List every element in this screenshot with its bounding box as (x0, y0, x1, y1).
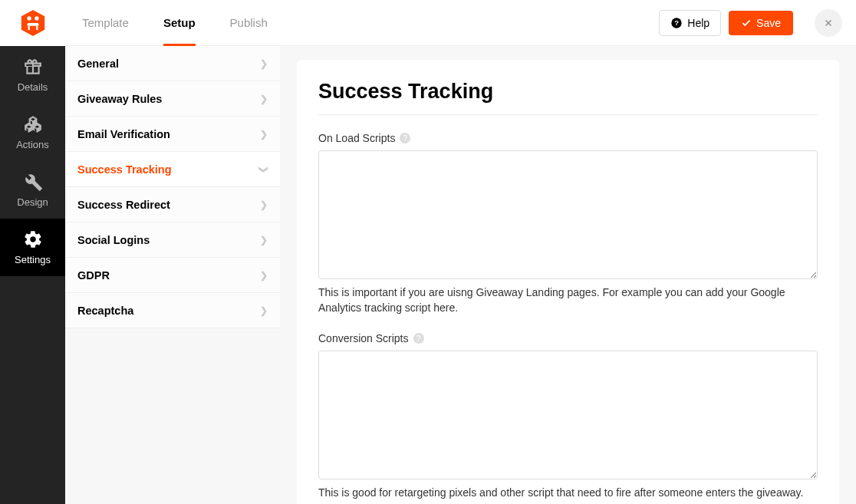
tab-label: Setup (163, 16, 196, 29)
help-icon: ? (670, 17, 683, 29)
settings-card: Success Tracking On Load Scripts ? This … (297, 60, 839, 504)
settings-item-giveaway-rules[interactable]: Giveaway Rules ❯ (65, 81, 280, 117)
rail-item-details[interactable]: Details (0, 46, 65, 104)
settings-item-label: Success Redirect (77, 199, 170, 211)
field-label-onload: On Load Scripts ? (318, 132, 818, 144)
settings-item-label: Recaptcha (77, 305, 133, 317)
field-label-conversion: Conversion Scripts ? (318, 332, 818, 344)
help-button-label: Help (687, 17, 709, 29)
logo (0, 0, 65, 46)
conversion-scripts-textarea[interactable] (318, 351, 818, 479)
gift-icon (23, 57, 43, 77)
svg-point-1 (27, 16, 31, 20)
settings-list: General ❯ Giveaway Rules ❯ Email Verific… (65, 46, 280, 504)
tab-label: Template (82, 16, 129, 29)
settings-item-social-logins[interactable]: Social Logins ❯ (65, 222, 280, 258)
settings-item-label: Success Tracking (77, 163, 172, 176)
main-area: Template Setup Publish ? Help Save Gener… (65, 0, 856, 504)
help-button[interactable]: ? Help (659, 10, 721, 36)
chevron-right-icon: ❯ (260, 270, 268, 281)
settings-item-label: Giveaway Rules (77, 93, 162, 105)
field-label-text: Conversion Scripts (318, 332, 409, 344)
close-button[interactable] (815, 9, 842, 37)
settings-item-label: Social Logins (77, 234, 150, 246)
settings-item-email-verification[interactable]: Email Verification ❯ (65, 117, 280, 152)
chevron-right-icon: ❯ (260, 199, 268, 210)
topbar-right: ? Help Save (659, 9, 842, 37)
close-icon (823, 18, 834, 28)
tab-setup[interactable]: Setup (163, 0, 196, 46)
svg-rect-4 (28, 26, 29, 30)
field-label-text: On Load Scripts (318, 132, 395, 144)
chevron-right-icon: ❯ (260, 129, 268, 140)
rail-item-settings[interactable]: Settings (0, 219, 65, 276)
settings-item-success-tracking[interactable]: Success Tracking ❯ (65, 152, 280, 187)
chevron-right-icon: ❯ (260, 235, 268, 245)
rail-item-label: Details (18, 81, 48, 93)
rail-item-label: Design (17, 196, 48, 208)
onload-scripts-textarea[interactable] (318, 150, 818, 279)
svg-marker-0 (21, 10, 44, 36)
settings-item-label: GDPR (77, 269, 110, 282)
body: General ❯ Giveaway Rules ❯ Email Verific… (65, 46, 856, 504)
settings-item-general[interactable]: General ❯ (65, 46, 280, 81)
rail-item-label: Actions (16, 139, 49, 150)
left-rail: Details Actions Design Settings (0, 0, 65, 504)
logo-icon (18, 8, 48, 38)
save-button-label: Save (756, 17, 781, 29)
svg-rect-5 (36, 26, 38, 30)
help-tooltip-icon[interactable]: ? (413, 333, 424, 344)
field-hint: This is good for retargeting pixels and … (318, 486, 818, 501)
rail-item-design[interactable]: Design (0, 161, 65, 219)
tab-template[interactable]: Template (82, 0, 129, 46)
boxes-icon (23, 114, 43, 134)
svg-point-2 (35, 16, 38, 20)
settings-item-label: Email Verification (77, 128, 170, 140)
chevron-right-icon: ❯ (260, 94, 268, 104)
top-tabs: Template Setup Publish (82, 0, 268, 46)
svg-rect-3 (27, 23, 38, 26)
chevron-right-icon: ❯ (260, 305, 268, 316)
rail-item-actions[interactable]: Actions (0, 104, 65, 161)
gear-icon (23, 229, 43, 249)
page-title: Success Tracking (318, 80, 818, 115)
svg-text:?: ? (674, 19, 679, 27)
check-icon (741, 18, 752, 28)
content-area: Success Tracking On Load Scripts ? This … (280, 46, 856, 504)
settings-item-gdpr[interactable]: GDPR ❯ (65, 258, 280, 293)
tab-label: Publish (230, 16, 268, 29)
tools-icon (23, 172, 43, 192)
settings-item-label: General (77, 58, 119, 70)
topbar: Template Setup Publish ? Help Save (65, 0, 856, 46)
settings-item-recaptcha[interactable]: Recaptcha ❯ (65, 293, 280, 328)
save-button[interactable]: Save (729, 11, 793, 35)
rail-item-label: Settings (15, 254, 51, 265)
tab-publish[interactable]: Publish (230, 0, 268, 46)
help-tooltip-icon[interactable]: ? (400, 133, 410, 143)
settings-item-success-redirect[interactable]: Success Redirect ❯ (65, 187, 280, 222)
field-hint: This is important if you are uisng Givea… (318, 285, 818, 315)
chevron-right-icon: ❯ (260, 58, 268, 69)
chevron-down-icon: ❯ (258, 166, 269, 173)
